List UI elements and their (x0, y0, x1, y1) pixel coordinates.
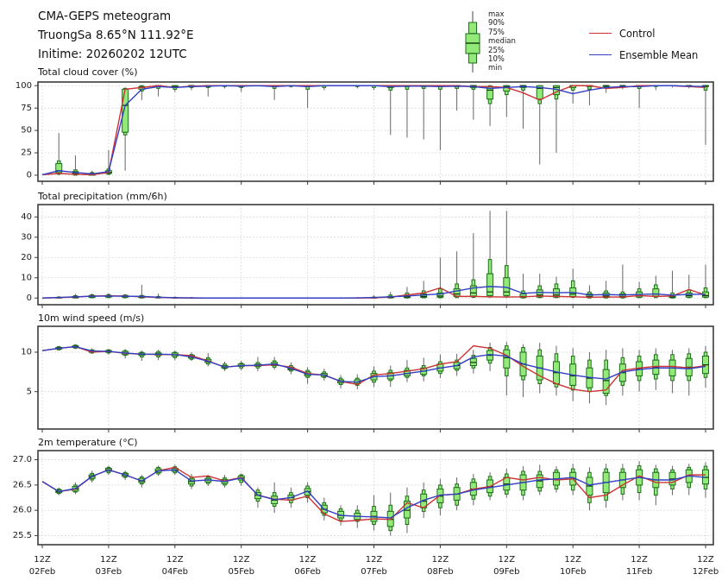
boxplot-legend-labels: max 90% 75% median 25% 10% min (488, 9, 516, 73)
legend-ensemble-mean-entry: Ensemble Mean (589, 44, 698, 66)
legend-label-10: 10% (488, 54, 516, 63)
legend-control-label: Control (619, 28, 656, 40)
legend-label-max: max (488, 9, 516, 18)
ensemble-mean-line-swatch (589, 54, 612, 55)
legend-control-entry: Control (589, 22, 698, 44)
legend-label-75: 75% (488, 28, 516, 36)
panel-title-wind-speed: 10m wind speed (m/s) (38, 312, 144, 324)
legend-label-25: 25% (488, 46, 516, 54)
meteogram-page: CMA-GEPS meteogram TruongSa 8.65°N 111.9… (0, 0, 728, 587)
meteogram-plot-canvas (0, 0, 728, 587)
panel-title-temperature: 2m temperature (°C) (38, 437, 138, 448)
legend-ensemble-mean-label: Ensemble Mean (619, 49, 698, 61)
legend-label-90: 90% (488, 18, 516, 27)
legend-label-median: median (488, 36, 516, 45)
header: CMA-GEPS meteogram TruongSa 8.65°N 111.9… (38, 6, 194, 63)
panel-title-precipitation: Total precipitation (mm/6h) (38, 191, 167, 202)
control-line-swatch (589, 33, 612, 34)
boxplot-glyph-icon (460, 7, 486, 76)
page-title: CMA-GEPS meteogram (38, 6, 194, 25)
init-time: Initime: 20260202 12UTC (38, 44, 194, 63)
series-legend: Control Ensemble Mean (589, 22, 698, 66)
panel-title-cloud-cover: Total cloud cover (%) (38, 66, 138, 78)
legend-label-min: min (488, 63, 516, 72)
station-coordinates: TruongSa 8.65°N 111.92°E (38, 25, 194, 44)
